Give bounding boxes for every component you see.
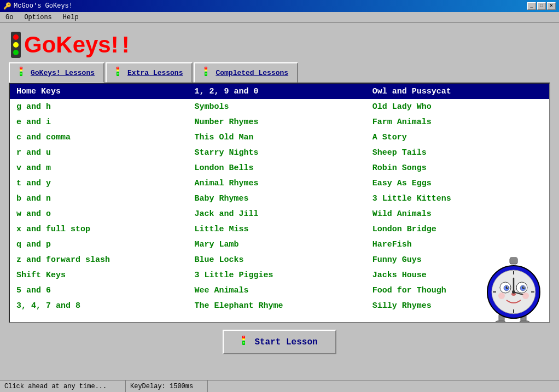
svg-point-36 xyxy=(523,286,525,288)
window-controls: _ □ × xyxy=(527,2,556,10)
tab-extra-label: Extra Lessons xyxy=(127,69,183,77)
minimize-button[interactable]: _ xyxy=(527,2,536,10)
tab-gokeys-label: GoKeys! Lessons xyxy=(31,69,95,77)
svg-point-40 xyxy=(512,290,515,294)
clock-mascot xyxy=(484,256,544,323)
svg-point-34 xyxy=(522,286,525,289)
svg-point-42 xyxy=(522,292,529,299)
table-row[interactable]: q and pMary LambHareFish xyxy=(10,237,549,252)
table-row[interactable]: c and commaThis Old ManA Story xyxy=(10,130,549,145)
status-right: KeyDelay: 1500ms xyxy=(126,381,208,392)
table-row[interactable]: t and yAnimal RhymesEasy As Eggs xyxy=(10,175,549,191)
tab-completed-icon xyxy=(203,66,212,79)
table-row[interactable]: w and oJack and JillWild Animals xyxy=(10,206,549,221)
svg-point-48 xyxy=(243,342,244,344)
table-row[interactable]: Shift Keys3 Little PiggiesJacks House xyxy=(10,267,549,283)
table-row[interactable]: x and full stopLittle MissLondon Bridge xyxy=(10,221,549,237)
status-left: Click ahead at any time... xyxy=(0,381,126,392)
svg-point-35 xyxy=(507,286,508,288)
tab-completed-label: Completed Lessons xyxy=(216,69,288,77)
traffic-light-icon xyxy=(11,32,21,58)
start-lesson-label: Start Lesson xyxy=(254,337,317,347)
svg-point-46 xyxy=(243,336,244,338)
table-row[interactable]: Home Keys1, 2, 9 and 0Owl and Pussycat xyxy=(10,84,549,99)
app-header: GoKeys! ! xyxy=(4,27,555,62)
svg-point-47 xyxy=(243,339,244,341)
title-bar-text: McGoo's GoKeys! xyxy=(14,2,73,10)
table-row[interactable]: r and uStarry NightsSheep Tails xyxy=(10,145,549,160)
app-title: GoKeys! xyxy=(24,33,119,56)
svg-point-15 xyxy=(205,67,207,69)
lesson-table: Home Keys1, 2, 9 and 0Owl and Pussycatg … xyxy=(10,84,549,313)
lesson-panel: Home Keys1, 2, 9 and 0Owl and Pussycatg … xyxy=(9,83,550,323)
table-row[interactable]: v and mLondon BellsRobin Songs xyxy=(10,160,549,175)
app-icon: 🔑 xyxy=(3,2,11,10)
status-bar: Click ahead at any time... KeyDelay: 150… xyxy=(0,380,559,392)
tab-gokeys[interactable]: GoKeys! Lessons xyxy=(9,62,104,83)
table-row[interactable]: b and nBaby Rhymes3 Little Kittens xyxy=(10,191,549,206)
menu-options[interactable]: Options xyxy=(21,13,55,22)
start-lesson-button[interactable]: Start Lesson xyxy=(223,330,336,354)
svg-point-4 xyxy=(20,70,22,72)
svg-point-11 xyxy=(117,73,119,75)
svg-point-17 xyxy=(205,73,207,75)
menu-bar: Go Options Help xyxy=(0,12,559,23)
exclamation: ! xyxy=(122,32,130,58)
table-row[interactable]: 5 and 6Wee AnimalsFood for Though xyxy=(10,283,549,298)
start-button-icon xyxy=(241,335,250,349)
tabs-container: GoKeys! Lessons Extra Lessons xyxy=(4,62,555,83)
tab-extra-icon xyxy=(115,66,124,79)
close-button[interactable]: × xyxy=(547,2,556,10)
bottom-area: Start Lesson xyxy=(4,323,555,356)
menu-help[interactable]: Help xyxy=(60,13,82,22)
tab-extra[interactable]: Extra Lessons xyxy=(106,62,193,83)
svg-point-41 xyxy=(498,292,505,299)
svg-point-3 xyxy=(20,67,22,69)
table-row[interactable]: z and forward slashBlue LocksFunny Guys xyxy=(10,252,549,267)
svg-rect-21 xyxy=(520,321,529,323)
svg-point-33 xyxy=(506,286,509,289)
tab-completed[interactable]: Completed Lessons xyxy=(194,62,298,83)
svg-rect-22 xyxy=(510,258,517,264)
window-content: GoKeys! ! GoKeys! Lessons xyxy=(0,23,559,361)
table-row[interactable]: e and iNumber RhymesFarm Animals xyxy=(10,114,549,130)
table-row[interactable]: 3, 4, 7 and 8The Elephant RhymeSilly Rhy… xyxy=(10,298,549,313)
svg-rect-20 xyxy=(496,321,505,323)
title-bar: 🔑 McGoo's GoKeys! _ □ × xyxy=(0,0,559,12)
table-row[interactable]: g and hSymbolsOld Lady Who xyxy=(10,99,549,114)
maximize-button[interactable]: □ xyxy=(537,2,546,10)
menu-go[interactable]: Go xyxy=(2,13,16,22)
svg-point-10 xyxy=(117,70,119,72)
svg-point-16 xyxy=(205,70,207,72)
svg-point-5 xyxy=(20,73,22,75)
tab-gokeys-icon xyxy=(19,66,27,79)
svg-point-9 xyxy=(117,67,119,69)
